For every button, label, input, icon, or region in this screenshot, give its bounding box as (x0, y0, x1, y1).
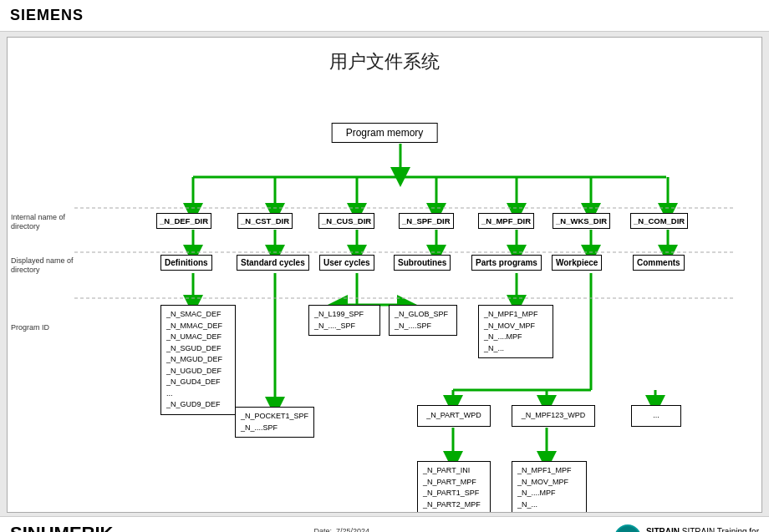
footer-date-row: Date: 7/25/2024 (313, 525, 437, 532)
display-box-spf: Subroutines (394, 255, 451, 271)
prog-box-cst: _N_POCKET1_SPF_N_....SPF (235, 407, 314, 438)
sitrain-icon: S (614, 524, 641, 533)
tree-container: Program memory Internal name of director… (8, 81, 761, 505)
company-name: SINUMERIK (10, 523, 137, 533)
dir-box-mpf: _N_MPF_DIR (478, 213, 534, 229)
dir-box-spf: _N_SPF_DIR (399, 213, 454, 229)
prog-box-part-detail: _N_PART_INI_N_PART_MPF_N_PART1_SPF_N_PAR… (417, 461, 491, 513)
prog-box-def: _N_SMAC_DEF_N_MMAC_DEF_N_UMAC_DEF_N_SGUD… (160, 305, 236, 415)
prog-box-mpf123-detail: _N_MPF1_MPF_N_MOV_MPF_N_....MPF_N_... (512, 461, 587, 513)
display-box-wks: Workpiece (552, 255, 602, 271)
footer: SINUMERIK Siemens AG 2000. All rights re… (0, 516, 769, 532)
sitrain-logo: S SITRAIN SITRAIN Training for Automatio… (614, 524, 759, 533)
prog-box-part-wpd: _N_PART_WPD (417, 405, 491, 427)
svg-point-32 (616, 526, 639, 533)
label-internal-name: Internal name of directory (11, 213, 74, 231)
dir-box-wks: _N_WKS_DIR (553, 213, 610, 229)
sitrain-text: SITRAIN SITRAIN Training for Automation … (646, 526, 759, 533)
footer-center: Date: 7/25/2024 File: 04_Data Backup and… (313, 525, 437, 532)
program-memory-box: Program memory (332, 123, 438, 143)
sitrain-bold: SITRAIN (646, 527, 680, 533)
prog-box-mpf123-wpd: _N_MPF123_WPD (512, 405, 595, 427)
date-label: Date: (313, 527, 332, 532)
arrows-svg (8, 81, 761, 505)
prog-box-l199: _N_L199_SPF_N_...._SPF (308, 305, 380, 336)
diagram-area: 用户文件系统 (7, 37, 762, 513)
siemens-logo: SIEMENS (10, 7, 84, 23)
prog-box-mpf-top: _N_MPF1_MPF_N_MOV_MPF_N_....MPF_N_... (478, 305, 553, 358)
label-program-id: Program ID (11, 323, 74, 332)
dir-box-com: _N_COM_DIR (630, 213, 688, 229)
dir-box-def: _N_DEF_DIR (156, 213, 211, 229)
footer-left: SINUMERIK Siemens AG 2000. All rights re… (10, 523, 137, 533)
dir-box-cst: _N_CST_DIR (237, 213, 293, 229)
label-displayed-name: Displayed name of directory (11, 256, 74, 275)
date-value: 7/25/2024 (336, 527, 369, 532)
display-box-def: Definitions (160, 255, 212, 271)
dir-box-cus: _N_CUS_DIR (318, 213, 374, 229)
main-content: 用户文件系统 (0, 32, 769, 516)
prog-box-wks-dots: ... (631, 405, 681, 427)
diagram-title: 用户文件系统 (8, 38, 761, 81)
header: SIEMENS (0, 0, 769, 32)
prog-box-glob: _N_GLOB_SPF_N_....SPF (389, 305, 457, 336)
footer-right: S SITRAIN SITRAIN Training for Automatio… (614, 524, 759, 533)
display-box-cst: Standard cycles (237, 255, 309, 271)
display-box-mpf: Parts programs (471, 255, 542, 271)
display-box-cus: User cycles (319, 255, 374, 271)
display-box-com: Comments (633, 255, 685, 271)
